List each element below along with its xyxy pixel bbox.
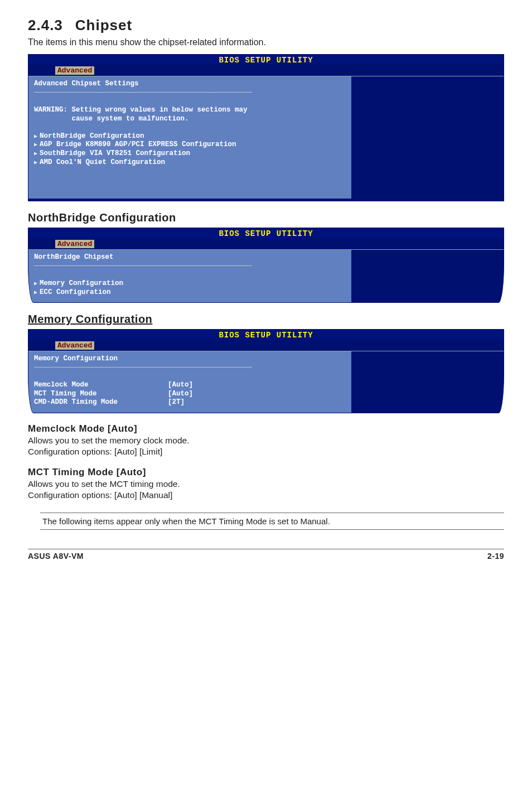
bios-left-pane: NorthBridge Chipset ────────────────────… bbox=[28, 249, 351, 302]
page-footer: ASUS A8V-VM 2-19 bbox=[28, 549, 504, 561]
tab-advanced[interactable]: Advanced bbox=[55, 341, 94, 350]
divider: ────────────────────────────────────────… bbox=[34, 89, 346, 98]
mct-mode-desc2: Configuration options: [Auto] [Manual] bbox=[28, 490, 504, 500]
bios-panel-northbridge: BIOS SETUP UTILITY Advanced NorthBridge … bbox=[28, 228, 504, 303]
menu-item-memory-configuration[interactable]: Memory Configuration bbox=[34, 279, 123, 287]
bios-tab-bar: Advanced bbox=[28, 238, 504, 249]
memclock-mode-desc2: Configuration options: [Auto] [Limit] bbox=[28, 447, 504, 457]
bios-tab-bar: Advanced bbox=[28, 340, 504, 351]
bios-left-pane: Advanced Chipset Settings ──────────────… bbox=[28, 76, 351, 199]
note-text: The following items appear only when the… bbox=[40, 513, 504, 530]
section-title: Chipset bbox=[75, 17, 132, 33]
bios-panel-chipset: BIOS SETUP UTILITY Advanced Advanced Chi… bbox=[28, 54, 504, 201]
warning-line: cause system to malfunction. bbox=[34, 115, 189, 123]
memclock-mode-heading: Memclock Mode [Auto] bbox=[28, 423, 504, 434]
bios-header: BIOS SETUP UTILITY bbox=[28, 55, 504, 65]
northbridge-heading: NorthBridge Configuration bbox=[28, 211, 504, 224]
memory-config-heading: Memory Configuration bbox=[28, 313, 504, 326]
tab-advanced[interactable]: Advanced bbox=[55, 66, 94, 75]
bios-right-pane bbox=[351, 76, 504, 199]
section-intro: The items in this menu show the chipset-… bbox=[28, 37, 504, 47]
bios-right-pane bbox=[351, 249, 504, 302]
menu-item-northbridge[interactable]: NorthBridge Configuration bbox=[34, 132, 144, 140]
note-block: The following items appear only when the… bbox=[28, 513, 504, 530]
setting-row-cmd-addr[interactable]: CMD-ADDR Timing Mode [2T] bbox=[34, 398, 185, 406]
footer-left: ASUS A8V-VM bbox=[28, 552, 84, 561]
menu-item-southbridge[interactable]: SouthBridge VIA VT8251 Configuration bbox=[34, 149, 190, 157]
section-number: 2.4.3 bbox=[28, 17, 63, 33]
divider: ────────────────────────────────────────… bbox=[34, 262, 346, 271]
section-heading: 2.4.3Chipset bbox=[28, 17, 504, 34]
menu-item-ecc-configuration[interactable]: ECC Configuration bbox=[34, 288, 111, 296]
panel-title: Advanced Chipset Settings bbox=[34, 80, 139, 88]
menu-item-amd-cool-n-quiet[interactable]: AMD Cool'N Quiet Configuration bbox=[34, 158, 165, 166]
tab-advanced[interactable]: Advanced bbox=[55, 240, 94, 248]
bios-left-pane: Memory Configuration ───────────────────… bbox=[28, 351, 351, 413]
menu-item-agp-bridge[interactable]: AGP Bridge K8M890 AGP/PCI EXPRESS Config… bbox=[34, 141, 236, 148]
setting-row-mct-timing[interactable]: MCT Timing Mode [Auto] bbox=[34, 390, 193, 398]
warning-line: WARNING: Setting wrong values in below s… bbox=[34, 106, 248, 114]
bios-header: BIOS SETUP UTILITY bbox=[28, 330, 504, 340]
bios-right-pane bbox=[351, 351, 504, 413]
divider: ────────────────────────────────────────… bbox=[34, 364, 346, 373]
bios-header: BIOS SETUP UTILITY bbox=[28, 228, 504, 238]
bios-tab-bar: Advanced bbox=[28, 65, 504, 76]
footer-right: 2-19 bbox=[487, 552, 504, 561]
mct-mode-heading: MCT Timing Mode [Auto] bbox=[28, 467, 504, 478]
memclock-mode-desc1: Allows you to set the memory clock mode. bbox=[28, 436, 504, 446]
panel-title: Memory Configuration bbox=[34, 355, 118, 363]
mct-mode-desc1: Allows you to set the MCT timing mode. bbox=[28, 479, 504, 489]
bios-panel-memory: BIOS SETUP UTILITY Advanced Memory Confi… bbox=[28, 329, 504, 413]
panel-title: NorthBridge Chipset bbox=[34, 253, 114, 261]
setting-row-memclock[interactable]: Memclock Mode [Auto] bbox=[34, 381, 193, 389]
